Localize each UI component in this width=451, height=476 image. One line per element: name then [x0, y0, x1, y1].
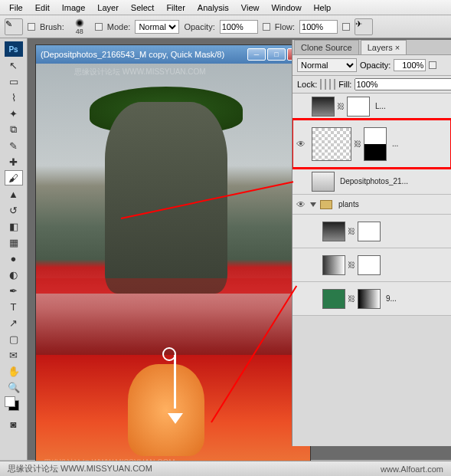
lock-pixels-icon[interactable] [325, 79, 326, 90]
crop-tool[interactable]: ⧉ [5, 122, 23, 137]
lock-all-icon[interactable] [334, 79, 335, 90]
mode-label: Mode: [107, 22, 131, 31]
layer-thumb[interactable] [312, 172, 335, 192]
stamp-tool[interactable]: ▲ [5, 186, 23, 202]
layer-row[interactable]: ⛓ 9... [292, 282, 451, 316]
adjustment-thumb[interactable] [322, 222, 345, 241]
menu-layer[interactable]: Layer [91, 2, 125, 14]
quickmask-toggle[interactable]: ◙ [5, 416, 23, 432]
brush-tool[interactable]: 🖌 [5, 170, 23, 185]
move-tool[interactable]: ↖ [5, 57, 23, 73]
layer-thumb[interactable] [322, 289, 345, 309]
color-swatches[interactable] [5, 396, 23, 415]
document-titlebar[interactable]: (Depositphotos_2166543_M copy, Quick Mas… [36, 45, 310, 64]
mask-thumb[interactable] [347, 97, 370, 117]
path-tool[interactable]: ↗ [5, 315, 23, 330]
dodge-tool[interactable]: ◐ [5, 267, 23, 282]
adjustment-thumb[interactable] [312, 97, 335, 117]
layer-opacity-label: Opacity: [360, 61, 391, 70]
canvas-content [105, 102, 227, 294]
opacity-label: Opacity: [184, 22, 214, 31]
brush-tool-icon[interactable]: ✎ [5, 18, 23, 35]
menu-filter[interactable]: Filter [160, 2, 191, 14]
menu-window[interactable]: Window [265, 2, 307, 14]
panels-dock: Clone Source Layers × Normal Opacity: Lo… [292, 40, 451, 446]
opacity-dropdown[interactable] [263, 23, 270, 31]
fill-input[interactable] [355, 78, 451, 90]
layer-row[interactable]: ⛓ [292, 215, 451, 248]
history-brush-tool[interactable]: ↺ [5, 202, 23, 218]
brush-preview[interactable]: 48 [69, 18, 90, 36]
pen-tool[interactable]: ✒ [5, 283, 23, 298]
marquee-tool[interactable]: ▭ [5, 74, 23, 89]
link-icon: ⛓ [337, 102, 345, 110]
menu-edit[interactable]: Edit [29, 2, 56, 14]
type-tool[interactable]: T [5, 299, 23, 314]
hand-tool[interactable]: ✋ [5, 363, 23, 379]
menu-analysis[interactable]: Analysis [191, 2, 235, 14]
layers-list: ⛓ L... 👁 ⛓ ... Depositphotos_21... 👁 pla… [292, 94, 451, 419]
eraser-tool[interactable]: ◧ [5, 218, 23, 234]
layer-name[interactable]: 9... [383, 294, 451, 303]
link-icon: ⛓ [348, 227, 355, 235]
tab-layers[interactable]: Layers × [361, 40, 407, 54]
healing-tool[interactable]: ✚ [5, 154, 23, 169]
watermark: 思缘设计论坛 WWW.MISSYUAN.COM [74, 67, 206, 77]
visibility-toggle[interactable]: 👁 [292, 199, 309, 210]
wand-tool[interactable]: ✦ [5, 106, 23, 121]
blend-mode-select[interactable]: Normal [297, 58, 357, 72]
lock-position-icon[interactable] [329, 79, 331, 90]
layer-opacity-dropdown[interactable] [429, 61, 436, 69]
menu-image[interactable]: Image [56, 2, 92, 14]
tool-preset-dropdown[interactable] [28, 23, 35, 31]
document-title: (Depositphotos_2166543_M copy, Quick Mas… [41, 50, 224, 59]
notes-tool[interactable]: ✉ [5, 347, 23, 363]
fill-label: Fill: [338, 80, 351, 89]
layers-blend-row: Normal Opacity: [292, 55, 451, 76]
group-twirl-icon[interactable] [310, 202, 316, 207]
zoom-tool[interactable]: 🔍 [5, 379, 23, 395]
opacity-input[interactable] [220, 20, 258, 34]
document-window: (Depositphotos_2166543_M copy, Quick Mas… [35, 44, 311, 472]
layer-row[interactable]: 👁 ⛓ ... [292, 120, 451, 169]
lock-transparency-icon[interactable] [320, 79, 322, 90]
layer-opacity-input[interactable] [394, 59, 426, 71]
gradient-tool[interactable]: ▦ [5, 235, 23, 250]
mode-select[interactable]: Normal [135, 20, 179, 34]
layer-name[interactable]: ... [389, 140, 451, 148]
visibility-toggle[interactable]: 👁 [292, 139, 309, 149]
brush-dropdown[interactable] [95, 23, 103, 31]
brush-label: Brush: [40, 22, 64, 31]
eyedropper-tool[interactable]: ✎ [5, 138, 23, 153]
document-canvas[interactable]: 思缘设计论坛 WWW.MISSYUAN.COM 思缘设计论坛 WWW.MISSY… [36, 64, 310, 471]
adjustment-thumb[interactable] [322, 255, 345, 275]
menu-help[interactable]: Help [308, 2, 338, 14]
menu-select[interactable]: Select [125, 2, 161, 14]
mask-thumb[interactable] [358, 255, 381, 275]
layer-name[interactable]: plants [335, 200, 451, 208]
layer-thumb[interactable] [312, 127, 351, 161]
footer-credit: www.Alfoart.com [381, 465, 443, 474]
shape-tool[interactable]: ▢ [5, 331, 23, 346]
mask-thumb[interactable] [364, 127, 387, 161]
tools-palette: Ps ↖ ▭ ⌇ ✦ ⧉ ✎ ✚ 🖌 ▲ ↺ ◧ ▦ ● ◐ ✒ T ↗ ▢ ✉… [0, 38, 28, 460]
layer-row[interactable]: Depositphotos_21... [292, 169, 451, 195]
mask-thumb[interactable] [358, 289, 381, 309]
menu-view[interactable]: View [235, 2, 266, 14]
layer-row[interactable]: ⛓ [292, 248, 451, 282]
airbrush-icon[interactable]: ✈ [355, 18, 373, 35]
window-minimize-button[interactable]: ─ [247, 48, 266, 61]
flow-input[interactable] [299, 20, 338, 34]
mask-thumb[interactable] [358, 222, 381, 241]
lasso-tool[interactable]: ⌇ [5, 90, 23, 105]
canvas-content [36, 294, 310, 355]
menu-file[interactable]: File [3, 2, 29, 14]
layer-name[interactable]: Depositphotos_21... [337, 177, 451, 185]
flow-dropdown[interactable] [342, 23, 350, 31]
layer-name[interactable]: L... [372, 102, 451, 110]
layer-group-row[interactable]: 👁 plants [292, 195, 451, 215]
tab-clone-source[interactable]: Clone Source [294, 40, 359, 54]
layer-row[interactable]: ⛓ L... [292, 94, 451, 120]
window-maximize-button[interactable]: □ [267, 48, 286, 61]
blur-tool[interactable]: ● [5, 251, 23, 266]
